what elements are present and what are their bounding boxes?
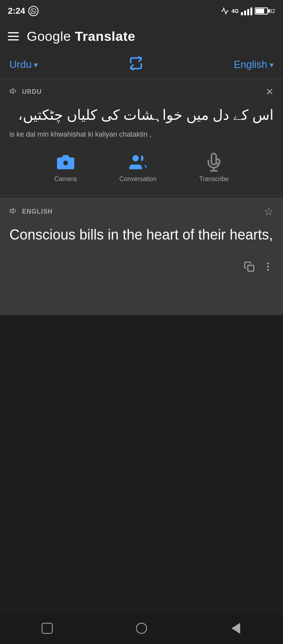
status-right: 4G 82 bbox=[221, 7, 275, 15]
translation-header: ENGLISH ☆ bbox=[9, 205, 274, 218]
nav-recents-icon bbox=[42, 623, 53, 634]
target-language-label: English bbox=[234, 59, 267, 71]
nav-home-button[interactable] bbox=[132, 618, 151, 638]
urdu-input-text[interactable]: اس کے دل میں خواہشات کی کلیاں چٹکتیں، bbox=[9, 104, 274, 126]
source-chevron-icon: ▾ bbox=[34, 60, 38, 70]
nav-back-icon bbox=[232, 623, 240, 634]
signal-bars bbox=[241, 7, 252, 15]
transcribe-action[interactable]: Transcribe bbox=[199, 152, 229, 183]
app-title: Google Translate bbox=[27, 29, 135, 44]
action-icons-row: Camera Conversation bbox=[9, 148, 274, 187]
svg-point-9 bbox=[267, 266, 269, 268]
svg-point-3 bbox=[132, 155, 139, 161]
translated-text: Conscious bills in the heart of their he… bbox=[9, 224, 274, 245]
network-label: 4G bbox=[232, 8, 239, 14]
translation-actions bbox=[9, 261, 274, 274]
app-title-translate: Translate bbox=[75, 29, 136, 44]
bookmark-button[interactable]: ☆ bbox=[264, 205, 274, 218]
conversation-label: Conversation bbox=[119, 176, 156, 183]
output-lang-text: ENGLISH bbox=[22, 208, 53, 215]
svg-rect-7 bbox=[248, 265, 254, 271]
conversation-action[interactable]: Conversation bbox=[119, 152, 156, 183]
swap-languages-button[interactable] bbox=[129, 56, 143, 73]
camera-icon bbox=[56, 153, 75, 172]
camera-label: Camera bbox=[54, 176, 77, 183]
input-sound-icon[interactable] bbox=[9, 87, 18, 97]
battery-indicator: 82 bbox=[255, 7, 275, 15]
status-left: 2:24 bbox=[8, 6, 39, 16]
svg-marker-6 bbox=[10, 208, 13, 213]
input-lang-text: URDU bbox=[22, 88, 42, 95]
time-display: 2:24 bbox=[8, 6, 25, 16]
activity-icon bbox=[221, 7, 229, 15]
input-header: URDU ✕ bbox=[9, 86, 274, 97]
whatsapp-icon bbox=[28, 6, 39, 16]
input-lang-label: URDU bbox=[9, 87, 42, 97]
nav-back-button[interactable] bbox=[226, 618, 246, 638]
conversation-icon-wrap bbox=[128, 152, 148, 172]
transcribe-icon-wrap bbox=[204, 152, 224, 172]
nav-bar bbox=[0, 613, 283, 644]
transcribe-label: Transcribe bbox=[199, 176, 229, 183]
source-language-label: Urdu bbox=[9, 59, 31, 71]
app-title-google: Google bbox=[27, 29, 75, 44]
translation-section: ENGLISH ☆ Conscious bills in the heart o… bbox=[0, 197, 283, 315]
nav-home-icon bbox=[136, 623, 147, 634]
clear-input-button[interactable]: ✕ bbox=[266, 86, 274, 97]
transcribe-icon bbox=[204, 153, 223, 172]
svg-point-8 bbox=[267, 263, 269, 265]
content-spacer bbox=[0, 315, 283, 472]
status-bar: 2:24 4G 82 bbox=[0, 0, 283, 22]
battery-percent: 82 bbox=[269, 8, 275, 14]
camera-action[interactable]: Camera bbox=[54, 152, 77, 183]
copy-button[interactable] bbox=[244, 261, 255, 274]
conversation-icon bbox=[129, 153, 147, 172]
input-section: URDU ✕ اس کے دل میں خواہشات کی کلیاں چٹک… bbox=[0, 79, 283, 196]
svg-marker-0 bbox=[10, 89, 13, 94]
camera-icon-wrap bbox=[55, 152, 76, 172]
target-language-button[interactable]: English ▾ bbox=[234, 59, 274, 71]
app-bar: Google Translate bbox=[0, 22, 283, 51]
menu-button[interactable] bbox=[8, 32, 19, 40]
output-sound-icon[interactable] bbox=[9, 207, 18, 217]
target-chevron-icon: ▾ bbox=[270, 60, 274, 70]
svg-point-10 bbox=[267, 269, 269, 271]
language-bar: Urdu ▾ English ▾ bbox=[0, 51, 283, 79]
source-language-button[interactable]: Urdu ▾ bbox=[9, 59, 38, 71]
more-options-button[interactable] bbox=[263, 261, 274, 274]
romanized-text: is ke dal min khwahishat ki kaliyan chat… bbox=[9, 130, 274, 139]
nav-recents-button[interactable] bbox=[37, 618, 57, 638]
output-lang-label: ENGLISH bbox=[9, 207, 53, 217]
